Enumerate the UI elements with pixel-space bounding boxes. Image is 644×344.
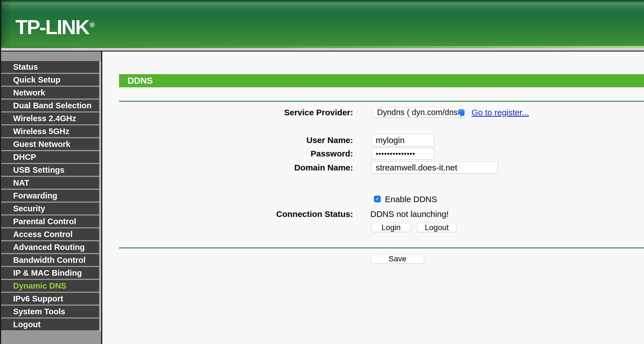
enable-ddns-checkbox[interactable]: ✓ — [374, 196, 381, 202]
sidebar-menu: StatusQuick SetupNetworkDual Band Select… — [0, 61, 99, 331]
sidebar-item-ipv6-support[interactable]: IPv6 Support — [0, 293, 99, 306]
sidebar-right-strip — [99, 61, 101, 331]
sidebar-item-logout[interactable]: Logout — [0, 319, 99, 331]
logout-button[interactable]: Logout — [417, 223, 456, 232]
header-light-green-strip — [0, 46, 644, 48]
sidebar-item-nat[interactable]: NAT — [0, 177, 99, 190]
sidebar-item-parental-control[interactable]: Parental Control — [0, 216, 99, 228]
connection-status-value: DDNS not launching! — [370, 209, 449, 219]
page-title: DDNS — [119, 74, 644, 87]
password-input[interactable] — [371, 148, 434, 160]
save-button[interactable]: Save — [371, 254, 424, 264]
registered-trademark-symbol: ® — [90, 21, 95, 29]
content-panel: DDNS Service Provider: Dyndns ( dyn.com/… — [102, 52, 644, 344]
header-gray-strip — [0, 48, 644, 51]
service-provider-select[interactable]: Dyndns ( dyn.com/dns ) — [372, 107, 467, 118]
service-provider-selected-value: Dyndns ( dyn.com/dns ) — [377, 107, 463, 117]
top-divider — [119, 101, 644, 102]
user-name-label: User Name: — [102, 134, 353, 146]
sidebar-item-guest-network[interactable]: Guest Network — [0, 138, 99, 151]
sidebar-item-status[interactable]: Status — [0, 61, 99, 74]
main-area: StatusQuick SetupNetworkDual Band Select… — [0, 52, 644, 344]
connection-status-label: Connection Status: — [102, 209, 353, 219]
chevron-down-icon — [461, 107, 464, 114]
sidebar-item-dynamic-dns[interactable]: Dynamic DNS — [0, 280, 99, 293]
select-stepper-icon — [458, 109, 465, 116]
service-provider-label: Service Provider: — [102, 107, 353, 118]
sidebar-item-wireless-2-4ghz[interactable]: Wireless 2.4GHz — [0, 113, 99, 125]
domain-name-label: Domain Name: — [102, 162, 353, 174]
sidebar-item-dhcp[interactable]: DHCP — [0, 151, 99, 164]
login-button[interactable]: Login — [371, 223, 411, 232]
domain-name-input[interactable] — [371, 162, 498, 174]
password-label: Password: — [102, 148, 353, 160]
enable-ddns-label: Enable DDNS — [385, 195, 437, 204]
header-banner: TP-LINK® — [0, 0, 644, 52]
user-name-input[interactable] — [371, 134, 434, 146]
sidebar-item-ip-mac-binding[interactable]: IP & MAC Binding — [0, 267, 99, 280]
sidebar-item-advanced-routing[interactable]: Advanced Routing — [0, 241, 99, 254]
sidebar-item-system-tools[interactable]: System Tools — [0, 306, 99, 319]
router-admin-page: TP-LINK® StatusQuick SetupNetworkDual Ba… — [0, 0, 644, 344]
page-left-border — [0, 0, 1, 344]
go-to-register-link[interactable]: Go to register... — [472, 108, 529, 117]
logo-text: TP-LINK — [15, 16, 89, 38]
tp-link-logo: TP-LINK® — [15, 16, 95, 39]
sidebar-item-bandwidth-control[interactable]: Bandwidth Control — [0, 254, 99, 267]
sidebar-item-dual-band-selection[interactable]: Dual Band Selection — [0, 100, 99, 113]
bottom-divider — [119, 247, 644, 249]
sidebar-item-access-control[interactable]: Access Control — [0, 228, 99, 241]
sidebar-item-security[interactable]: Security — [0, 203, 99, 216]
header-green-gradient: TP-LINK® — [0, 0, 644, 46]
sidebar-item-usb-settings[interactable]: USB Settings — [0, 164, 99, 177]
sidebar-item-quick-setup[interactable]: Quick Setup — [0, 74, 99, 87]
sidebar-item-network[interactable]: Network — [0, 87, 99, 100]
sidebar-nav: StatusQuick SetupNetworkDual Band Select… — [0, 52, 102, 344]
sidebar-item-wireless-5ghz[interactable]: Wireless 5GHz — [0, 125, 99, 138]
chevron-up-icon — [458, 109, 461, 116]
sidebar-item-forwarding[interactable]: Forwarding — [0, 190, 99, 203]
